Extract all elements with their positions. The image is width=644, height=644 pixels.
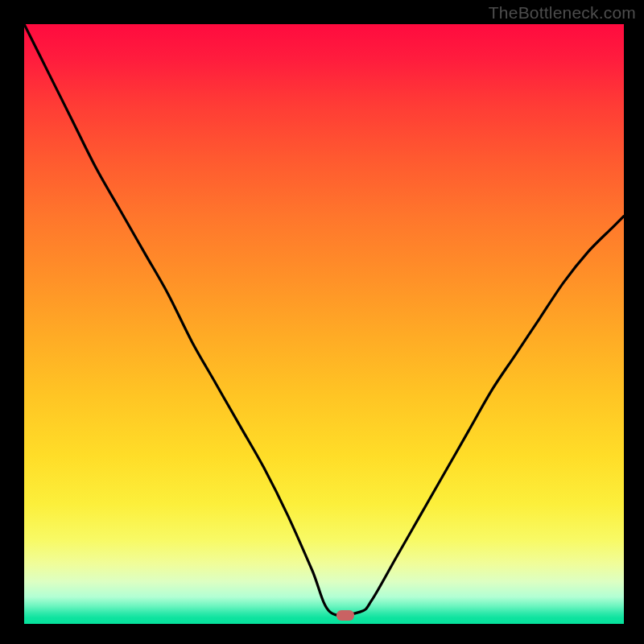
chart-frame: TheBottleneck.com xyxy=(0,0,644,644)
watermark-text: TheBottleneck.com xyxy=(489,3,636,23)
optimal-point-marker xyxy=(336,610,354,621)
bottleneck-curve xyxy=(24,24,624,624)
plot-area xyxy=(24,24,624,624)
